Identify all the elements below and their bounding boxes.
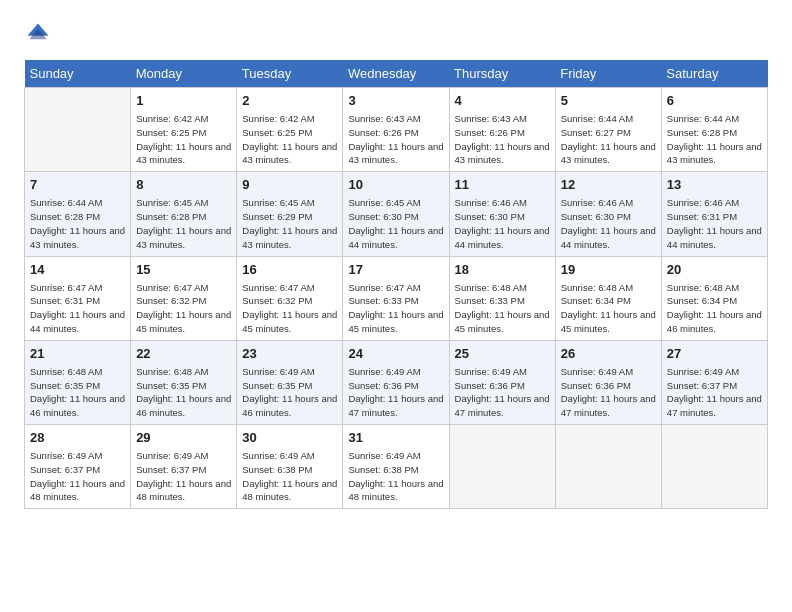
day-number: 13 — [667, 176, 762, 194]
calendar-cell — [25, 88, 131, 172]
calendar-cell: 11Sunrise: 6:46 AMSunset: 6:30 PMDayligh… — [449, 172, 555, 256]
calendar-cell: 9Sunrise: 6:45 AMSunset: 6:29 PMDaylight… — [237, 172, 343, 256]
day-number: 28 — [30, 429, 125, 447]
day-number: 10 — [348, 176, 443, 194]
day-info: Sunrise: 6:46 AMSunset: 6:30 PMDaylight:… — [561, 196, 656, 251]
day-info: Sunrise: 6:49 AMSunset: 6:37 PMDaylight:… — [136, 449, 231, 504]
day-number: 19 — [561, 261, 656, 279]
calendar-week-row: 28Sunrise: 6:49 AMSunset: 6:37 PMDayligh… — [25, 425, 768, 509]
day-number: 7 — [30, 176, 125, 194]
day-info: Sunrise: 6:49 AMSunset: 6:35 PMDaylight:… — [242, 365, 337, 420]
calendar-cell: 30Sunrise: 6:49 AMSunset: 6:38 PMDayligh… — [237, 425, 343, 509]
day-info: Sunrise: 6:42 AMSunset: 6:25 PMDaylight:… — [242, 112, 337, 167]
day-info: Sunrise: 6:48 AMSunset: 6:34 PMDaylight:… — [667, 281, 762, 336]
day-info: Sunrise: 6:46 AMSunset: 6:31 PMDaylight:… — [667, 196, 762, 251]
day-number: 5 — [561, 92, 656, 110]
calendar-week-row: 14Sunrise: 6:47 AMSunset: 6:31 PMDayligh… — [25, 256, 768, 340]
calendar-cell: 6Sunrise: 6:44 AMSunset: 6:28 PMDaylight… — [661, 88, 767, 172]
calendar-week-row: 21Sunrise: 6:48 AMSunset: 6:35 PMDayligh… — [25, 340, 768, 424]
calendar-cell: 13Sunrise: 6:46 AMSunset: 6:31 PMDayligh… — [661, 172, 767, 256]
calendar-cell: 2Sunrise: 6:42 AMSunset: 6:25 PMDaylight… — [237, 88, 343, 172]
day-number: 8 — [136, 176, 231, 194]
logo — [24, 20, 56, 48]
weekday-header-friday: Friday — [555, 60, 661, 88]
day-number: 2 — [242, 92, 337, 110]
day-number: 12 — [561, 176, 656, 194]
day-info: Sunrise: 6:48 AMSunset: 6:34 PMDaylight:… — [561, 281, 656, 336]
day-info: Sunrise: 6:47 AMSunset: 6:32 PMDaylight:… — [242, 281, 337, 336]
weekday-header-monday: Monday — [131, 60, 237, 88]
day-number: 29 — [136, 429, 231, 447]
calendar-cell: 14Sunrise: 6:47 AMSunset: 6:31 PMDayligh… — [25, 256, 131, 340]
weekday-header-wednesday: Wednesday — [343, 60, 449, 88]
calendar-cell: 3Sunrise: 6:43 AMSunset: 6:26 PMDaylight… — [343, 88, 449, 172]
calendar-week-row: 1Sunrise: 6:42 AMSunset: 6:25 PMDaylight… — [25, 88, 768, 172]
day-number: 25 — [455, 345, 550, 363]
day-number: 9 — [242, 176, 337, 194]
day-info: Sunrise: 6:49 AMSunset: 6:36 PMDaylight:… — [455, 365, 550, 420]
day-info: Sunrise: 6:46 AMSunset: 6:30 PMDaylight:… — [455, 196, 550, 251]
weekday-header-thursday: Thursday — [449, 60, 555, 88]
weekday-header-tuesday: Tuesday — [237, 60, 343, 88]
day-number: 1 — [136, 92, 231, 110]
calendar-cell — [449, 425, 555, 509]
calendar-cell: 26Sunrise: 6:49 AMSunset: 6:36 PMDayligh… — [555, 340, 661, 424]
calendar-week-row: 7Sunrise: 6:44 AMSunset: 6:28 PMDaylight… — [25, 172, 768, 256]
day-info: Sunrise: 6:43 AMSunset: 6:26 PMDaylight:… — [348, 112, 443, 167]
day-info: Sunrise: 6:48 AMSunset: 6:35 PMDaylight:… — [30, 365, 125, 420]
day-info: Sunrise: 6:48 AMSunset: 6:33 PMDaylight:… — [455, 281, 550, 336]
calendar-cell: 15Sunrise: 6:47 AMSunset: 6:32 PMDayligh… — [131, 256, 237, 340]
weekday-header-row: SundayMondayTuesdayWednesdayThursdayFrid… — [25, 60, 768, 88]
calendar-cell: 24Sunrise: 6:49 AMSunset: 6:36 PMDayligh… — [343, 340, 449, 424]
calendar-cell: 16Sunrise: 6:47 AMSunset: 6:32 PMDayligh… — [237, 256, 343, 340]
day-number: 23 — [242, 345, 337, 363]
day-number: 11 — [455, 176, 550, 194]
day-number: 6 — [667, 92, 762, 110]
calendar-cell: 27Sunrise: 6:49 AMSunset: 6:37 PMDayligh… — [661, 340, 767, 424]
day-info: Sunrise: 6:49 AMSunset: 6:37 PMDaylight:… — [30, 449, 125, 504]
weekday-header-saturday: Saturday — [661, 60, 767, 88]
day-number: 30 — [242, 429, 337, 447]
weekday-header-sunday: Sunday — [25, 60, 131, 88]
calendar-cell: 8Sunrise: 6:45 AMSunset: 6:28 PMDaylight… — [131, 172, 237, 256]
day-info: Sunrise: 6:49 AMSunset: 6:36 PMDaylight:… — [561, 365, 656, 420]
day-info: Sunrise: 6:45 AMSunset: 6:28 PMDaylight:… — [136, 196, 231, 251]
day-info: Sunrise: 6:43 AMSunset: 6:26 PMDaylight:… — [455, 112, 550, 167]
calendar-cell: 1Sunrise: 6:42 AMSunset: 6:25 PMDaylight… — [131, 88, 237, 172]
day-info: Sunrise: 6:44 AMSunset: 6:28 PMDaylight:… — [667, 112, 762, 167]
day-info: Sunrise: 6:47 AMSunset: 6:33 PMDaylight:… — [348, 281, 443, 336]
calendar-cell — [661, 425, 767, 509]
calendar-cell: 29Sunrise: 6:49 AMSunset: 6:37 PMDayligh… — [131, 425, 237, 509]
day-number: 16 — [242, 261, 337, 279]
calendar-cell: 21Sunrise: 6:48 AMSunset: 6:35 PMDayligh… — [25, 340, 131, 424]
day-info: Sunrise: 6:49 AMSunset: 6:38 PMDaylight:… — [242, 449, 337, 504]
calendar-cell: 23Sunrise: 6:49 AMSunset: 6:35 PMDayligh… — [237, 340, 343, 424]
day-info: Sunrise: 6:44 AMSunset: 6:27 PMDaylight:… — [561, 112, 656, 167]
day-number: 21 — [30, 345, 125, 363]
day-info: Sunrise: 6:44 AMSunset: 6:28 PMDaylight:… — [30, 196, 125, 251]
calendar-cell: 25Sunrise: 6:49 AMSunset: 6:36 PMDayligh… — [449, 340, 555, 424]
day-info: Sunrise: 6:49 AMSunset: 6:38 PMDaylight:… — [348, 449, 443, 504]
calendar-cell: 20Sunrise: 6:48 AMSunset: 6:34 PMDayligh… — [661, 256, 767, 340]
day-info: Sunrise: 6:42 AMSunset: 6:25 PMDaylight:… — [136, 112, 231, 167]
day-number: 17 — [348, 261, 443, 279]
calendar-cell — [555, 425, 661, 509]
day-number: 15 — [136, 261, 231, 279]
calendar-cell: 7Sunrise: 6:44 AMSunset: 6:28 PMDaylight… — [25, 172, 131, 256]
calendar-cell: 22Sunrise: 6:48 AMSunset: 6:35 PMDayligh… — [131, 340, 237, 424]
day-info: Sunrise: 6:48 AMSunset: 6:35 PMDaylight:… — [136, 365, 231, 420]
calendar-cell: 28Sunrise: 6:49 AMSunset: 6:37 PMDayligh… — [25, 425, 131, 509]
day-number: 27 — [667, 345, 762, 363]
header — [24, 20, 768, 48]
day-info: Sunrise: 6:45 AMSunset: 6:29 PMDaylight:… — [242, 196, 337, 251]
day-info: Sunrise: 6:47 AMSunset: 6:32 PMDaylight:… — [136, 281, 231, 336]
day-number: 31 — [348, 429, 443, 447]
day-info: Sunrise: 6:45 AMSunset: 6:30 PMDaylight:… — [348, 196, 443, 251]
day-number: 18 — [455, 261, 550, 279]
calendar-table: SundayMondayTuesdayWednesdayThursdayFrid… — [24, 60, 768, 509]
day-info: Sunrise: 6:49 AMSunset: 6:37 PMDaylight:… — [667, 365, 762, 420]
day-number: 26 — [561, 345, 656, 363]
calendar-cell: 12Sunrise: 6:46 AMSunset: 6:30 PMDayligh… — [555, 172, 661, 256]
day-number: 3 — [348, 92, 443, 110]
calendar-cell: 31Sunrise: 6:49 AMSunset: 6:38 PMDayligh… — [343, 425, 449, 509]
